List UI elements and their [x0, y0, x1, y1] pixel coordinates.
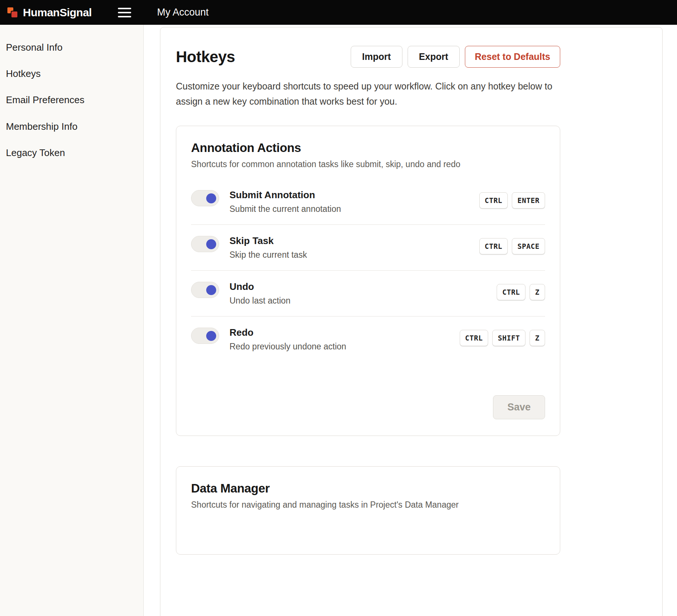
sidebar-item-hotkeys[interactable]: Hotkeys: [0, 61, 143, 87]
sidebar-item-personal-info[interactable]: Personal Info: [0, 34, 143, 61]
key-cap: ENTER: [512, 192, 545, 209]
key-cap: CTRL: [479, 238, 508, 254]
section-subtitle: Shortcuts for navigating and managing ta…: [191, 500, 545, 510]
section-subtitle: Shortcuts for common annotation tasks li…: [191, 159, 545, 169]
save-row: Save: [191, 395, 545, 419]
section-title: Data Manager: [191, 481, 545, 495]
hotkeys-header: Hotkeys Import Export Reset to Defaults: [176, 46, 560, 68]
key-cap: Z: [530, 330, 545, 346]
hamburger-menu-icon[interactable]: [116, 6, 133, 19]
hotkey-subtitle: Skip the current task: [229, 250, 479, 260]
topbar-left: HumanSignal: [0, 0, 144, 25]
annotation-actions-section: Annotation Actions Shortcuts for common …: [176, 126, 560, 436]
header-actions: Import Export Reset to Defaults: [351, 46, 560, 68]
hotkey-title: Submit Annotation: [229, 189, 479, 201]
hotkey-row-redo: Redo Redo previously undone action CTRL …: [191, 317, 545, 362]
import-button[interactable]: Import: [351, 46, 402, 68]
brand-name: HumanSignal: [23, 6, 92, 19]
hotkey-keys-undo[interactable]: CTRL Z: [497, 281, 545, 300]
key-cap: CTRL: [460, 330, 489, 346]
toggle-knob: [206, 239, 216, 249]
toggle-undo[interactable]: [191, 282, 219, 298]
hotkey-subtitle: Redo previously undone action: [229, 342, 460, 352]
page-title: My Account: [144, 7, 209, 18]
hotkey-subtitle: Undo last action: [229, 296, 497, 306]
data-manager-section: Data Manager Shortcuts for navigating an…: [176, 466, 560, 555]
key-cap: SHIFT: [492, 330, 525, 346]
main-content: Hotkeys Import Export Reset to Defaults …: [144, 25, 677, 616]
hotkey-text: Submit Annotation Submit the current ann…: [229, 189, 479, 214]
sidebar-item-email-preferences[interactable]: Email Preferences: [0, 87, 143, 113]
key-cap: Z: [530, 284, 545, 300]
section-title: Annotation Actions: [191, 141, 545, 155]
humansignal-logo-icon: [6, 6, 19, 19]
hotkey-keys-skip-task[interactable]: CTRL SPACE: [479, 235, 545, 254]
toggle-skip-task[interactable]: [191, 236, 219, 252]
hotkey-title: Redo: [229, 327, 460, 338]
toggle-knob: [206, 331, 216, 341]
hotkey-row-submit-annotation: Submit Annotation Submit the current ann…: [191, 179, 545, 224]
brand-logo[interactable]: HumanSignal: [6, 6, 92, 19]
hotkeys-heading: Hotkeys: [176, 48, 235, 66]
hotkey-subtitle: Submit the current annotation: [229, 204, 479, 214]
sidebar-item-membership-info[interactable]: Membership Info: [0, 114, 143, 140]
hotkey-text: Skip Task Skip the current task: [229, 235, 479, 260]
key-cap: CTRL: [497, 284, 525, 300]
hotkey-row-undo: Undo Undo last action CTRL Z: [191, 271, 545, 316]
hotkey-keys-submit-annotation[interactable]: CTRL ENTER: [479, 189, 545, 209]
sidebar-item-legacy-token[interactable]: Legacy Token: [0, 140, 143, 166]
toggle-knob: [206, 285, 216, 295]
hotkey-title: Skip Task: [229, 235, 479, 247]
topbar: HumanSignal My Account: [0, 0, 677, 25]
export-button[interactable]: Export: [408, 46, 460, 68]
toggle-submit-annotation[interactable]: [191, 190, 219, 206]
toggle-redo[interactable]: [191, 328, 219, 344]
hotkey-title: Undo: [229, 281, 497, 292]
sidebar: Personal Info Hotkeys Email Preferences …: [0, 25, 144, 616]
hotkey-row-skip-task: Skip Task Skip the current task CTRL SPA…: [191, 225, 545, 270]
save-button[interactable]: Save: [493, 395, 545, 419]
key-cap: CTRL: [479, 192, 508, 209]
reset-to-defaults-button[interactable]: Reset to Defaults: [465, 46, 560, 68]
hotkey-text: Redo Redo previously undone action: [229, 327, 460, 352]
toggle-knob: [206, 193, 216, 203]
hotkeys-description: Customize your keyboard shortcuts to spe…: [176, 79, 560, 109]
hotkey-rows: Submit Annotation Submit the current ann…: [191, 179, 545, 362]
hotkey-text: Undo Undo last action: [229, 281, 497, 306]
hotkey-keys-redo[interactable]: CTRL SHIFT Z: [460, 327, 545, 346]
key-cap: SPACE: [512, 238, 545, 254]
hotkeys-card: Hotkeys Import Export Reset to Defaults …: [160, 27, 663, 616]
